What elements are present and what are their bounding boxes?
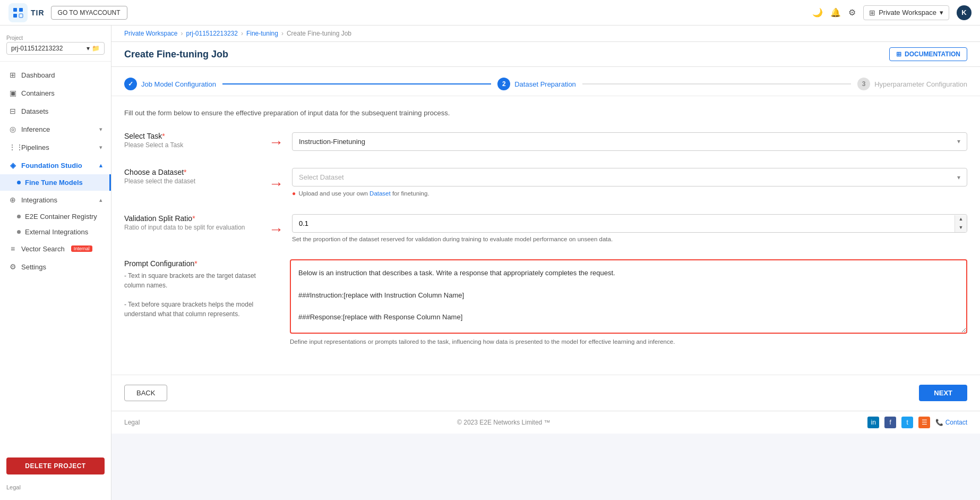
breadcrumb: Private Workspace › prj-011512213232 › F… [111,26,980,42]
sidebar-item-inference[interactable]: ◎ Inference ▾ [0,120,111,138]
sidebar-item-integrations[interactable]: ⊕ Integrations ▴ [0,191,111,209]
validation-split-sublabel: Ratio of input data to be split for eval… [124,224,252,231]
choose-dataset-sublabel: Please select the dataset [124,177,252,185]
go-myaccount-button[interactable]: GO TO MYACCOUNT [51,6,127,20]
sidebar-item-vector-search[interactable]: ≡ Vector Search Internal [0,240,111,258]
number-spinners: ▲ ▼ [955,215,967,232]
step-1-label: Job Model Configuration [141,80,216,88]
rss-icon[interactable]: ☰ [918,417,930,428]
choose-dataset-dropdown[interactable]: Select Dataset ▾ [292,168,967,187]
validation-hint: Set the proportion of the dataset reserv… [292,236,967,242]
contact-link[interactable]: 📞 Contact [935,419,967,426]
documentation-button[interactable]: ⊞ DOCUMENTATION [889,47,967,61]
svg-rect-0 [13,8,17,12]
breadcrumb-section[interactable]: Fine-tuning [246,30,278,37]
select-task-dropdown[interactable]: Instruction-Finetuning ▾ [292,132,967,151]
workspace-chevron-icon: ▾ [940,9,943,16]
sidebar-item-containers[interactable]: ▣ Containers [0,84,111,102]
dashboard-icon: ⊞ [8,71,17,79]
breadcrumb-workspace[interactable]: Private Workspace [124,30,177,37]
sidebar-item-label: Integrations [21,196,57,204]
dark-mode-icon[interactable]: 🌙 [812,7,823,18]
select-task-value: Instruction-Finetuning [299,138,365,146]
foundation-studio-icon: ◈ [8,161,17,170]
sidebar-item-dashboard[interactable]: ⊞ Dashboard [0,66,111,84]
twitter-icon[interactable]: t [901,417,913,428]
prompt-config-label: Prompt Configuration* [124,259,273,268]
spin-up-button[interactable]: ▲ [955,215,967,224]
svg-rect-3 [19,14,23,18]
sidebar-item-label: Containers [21,89,55,97]
step-3-label: Hyperparameter Configuration [874,80,967,88]
foundation-chevron-icon: ▴ [99,162,102,169]
prompt-config-row: Prompt Configuration* - Text in square b… [124,259,967,345]
back-button[interactable]: BACK [124,385,167,401]
prompt-config-label-col: Prompt Configuration* - Text in square b… [124,259,273,319]
sidebar-item-label: Inference [21,125,50,133]
logo-text: TIR [31,9,45,17]
sidebar-item-label: Dashboard [21,71,55,79]
main-layout: Project prj-011512213232 ▾ 📁 ⊞ Dashboard… [0,26,980,500]
prompt-config-desc: - Text in square brackets are the target… [124,271,273,319]
settings-icon[interactable]: ⚙ [848,7,856,18]
dataset-hint-link[interactable]: Dataset [369,190,391,197]
main-content: Private Workspace › prj-011512213232 › F… [111,26,980,500]
step-2-circle: 2 [497,78,510,90]
sidebar-item-pipelines[interactable]: ⋮⋮ Pipelines ▾ [0,138,111,156]
step-1-circle: ✓ [124,78,137,90]
dot-icon [17,230,21,234]
sidebar-bottom: DELETE PROJECT [0,451,111,481]
footer-icons: in f t ☰ 📞 Contact [867,417,967,428]
validation-split-label-col: Validation Split Ratio* Ratio of input d… [124,214,252,231]
project-label: Project [6,35,105,41]
project-select-button[interactable]: prj-011512213232 ▾ 📁 [6,42,105,55]
spin-down-button[interactable]: ▼ [955,224,967,232]
validation-split-input[interactable] [293,215,955,232]
choose-dataset-row: Choose a Dataset* Please select the data… [124,168,967,197]
breadcrumb-sep-3: › [281,30,283,37]
footer-legal[interactable]: Legal [124,419,140,426]
sidebar-item-label: Settings [21,263,46,271]
next-button[interactable]: NEXT [919,385,967,401]
sidebar-item-label: Fine Tune Models [25,179,83,187]
sidebar-item-settings[interactable]: ⚙ Settings [0,258,111,276]
avatar[interactable]: K [957,5,972,20]
validation-split-arrow-icon: → [269,221,283,238]
delete-project-button[interactable]: DELETE PROJECT [6,457,105,474]
facebook-icon[interactable]: f [884,417,896,428]
dataset-hint: ● Upload and use your own Dataset for fi… [292,190,967,197]
footer: Legal © 2023 E2E Networks Limited ™ in f… [111,411,980,434]
step-3-circle: 3 [857,78,870,90]
notifications-icon[interactable]: 🔔 [830,7,841,18]
sidebar-item-label: Pipelines [21,143,49,151]
vector-search-icon: ≡ [8,244,17,253]
workspace-button[interactable]: ⊞ Private Workspace ▾ [863,5,949,20]
sidebar-item-foundation-studio[interactable]: ◈ Foundation Studio ▴ [0,156,111,174]
active-dot-icon [17,181,21,184]
step-hyperparameter: 3 Hyperparameter Configuration [857,78,967,90]
sidebar-item-e2e-container-registry[interactable]: E2E Container Registry [0,209,111,224]
select-task-sublabel: Please Select a Task [124,141,252,149]
sidebar-item-datasets[interactable]: ⊟ Datasets [0,102,111,120]
validation-split-label: Validation Split Ratio* [124,214,252,223]
footer-copyright: © 2023 E2E Networks Limited ™ [457,419,551,426]
form-area: Fill out the form below to ensure the ef… [111,96,980,375]
breadcrumb-project[interactable]: prj-011512213232 [186,30,237,37]
step-line-2 [582,83,851,84]
internal-badge: Internal [71,245,92,252]
project-folder-icon: 📁 [92,45,100,52]
workspace-icon: ⊞ [869,9,875,17]
pipelines-icon: ⋮⋮ [8,143,17,151]
step-dataset: 2 Dataset Preparation [497,78,576,90]
inference-chevron-icon: ▾ [99,126,102,133]
settings-nav-icon: ⚙ [8,262,17,271]
sidebar-item-fine-tune[interactable]: Fine Tune Models [0,174,111,191]
sidebar-item-external-integrations[interactable]: External Integrations [0,224,111,240]
prompt-config-textarea[interactable]: Below is an instruction that describes a… [290,259,967,334]
dataset-hint-prefix: Upload and use your own [298,190,369,197]
select-task-label-col: Select Task* Please Select a Task [124,132,252,149]
workspace-label: Private Workspace [879,9,936,16]
legal-link[interactable]: Legal [0,481,111,494]
sidebar-item-label: Datasets [21,107,48,115]
linkedin-icon[interactable]: in [867,417,879,428]
